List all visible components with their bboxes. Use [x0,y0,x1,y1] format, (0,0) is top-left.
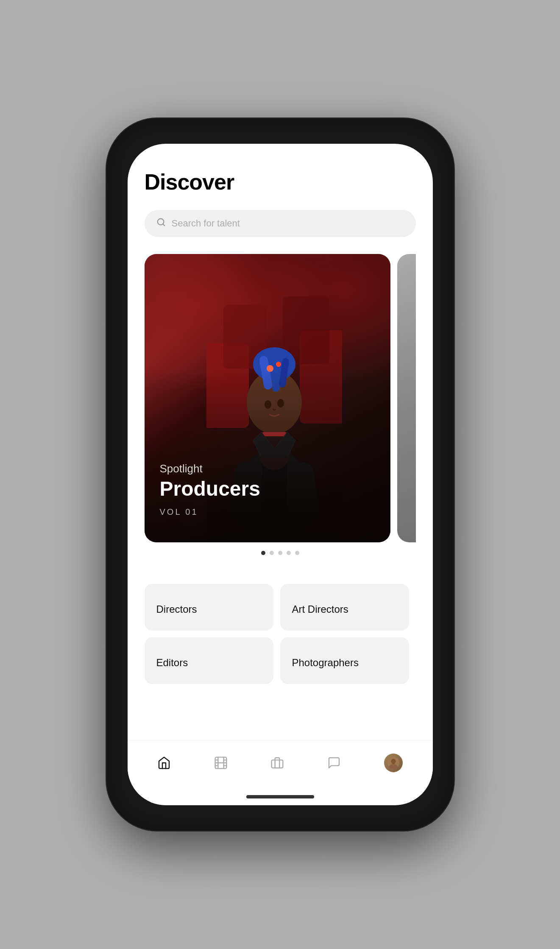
nav-film[interactable] [206,753,236,773]
svg-point-33 [391,759,396,764]
nav-profile[interactable] [376,750,411,776]
svg-point-16 [276,362,281,367]
nav-briefcase[interactable] [262,753,293,773]
category-directors[interactable]: Directors [145,584,273,631]
dot-3 [287,551,291,555]
chat-icon [327,756,341,770]
carousel-section: Spotlight Producers VOL 01 [145,254,416,570]
nav-home[interactable] [149,753,179,773]
category-photographers[interactable]: Photographers [280,637,409,684]
phone-screen: Discover Search for talent [128,144,433,805]
svg-rect-31 [272,760,283,768]
search-placeholder: Search for talent [172,218,240,229]
dot-2 [278,551,282,555]
dot-0 [261,551,265,555]
screen-content: Discover Search for talent [128,144,433,740]
spotlight-label: Spotlight [160,462,260,475]
device-frame: Discover Search for talent [106,118,454,831]
film-icon [214,756,228,770]
avatar [384,754,403,772]
nav-chat[interactable] [319,753,349,773]
home-indicator [246,795,314,798]
spotlight-card-0[interactable]: Spotlight Producers VOL 01 [145,254,390,542]
spotlight-vol: VOL 01 [160,507,198,516]
category-art-directors[interactable]: Art Directors [280,584,409,631]
svg-line-1 [163,224,164,226]
dot-4 [295,551,299,555]
bottom-nav [128,740,433,795]
dot-1 [270,551,274,555]
category-editors[interactable]: Editors [145,637,273,684]
home-icon [157,756,171,770]
carousel-track: Spotlight Producers VOL 01 [145,254,416,542]
spotlight-title: Producers [160,477,260,500]
category-grid: Directors Art Directors Editors Photogra… [145,584,416,684]
search-icon [156,218,166,229]
briefcase-icon [270,756,284,770]
carousel-dots [145,551,416,555]
carousel-peek-card [397,254,416,542]
page-title: Discover [145,169,416,195]
search-bar[interactable]: Search for talent [145,210,416,237]
card-text: Spotlight Producers VOL 01 [160,462,260,517]
